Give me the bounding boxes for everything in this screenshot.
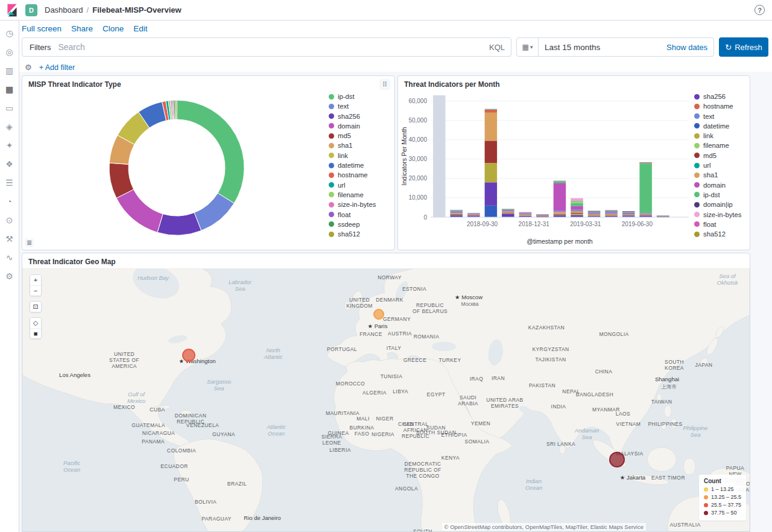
map-marker[interactable] xyxy=(609,452,625,467)
legend-item[interactable]: size-in-bytes xyxy=(329,201,376,208)
panel-options-icon[interactable]: ⠿ xyxy=(379,79,390,90)
legend-item[interactable]: datetime xyxy=(694,122,746,130)
legend-item[interactable]: filename xyxy=(329,191,376,198)
legend-item[interactable]: ip-dst xyxy=(329,93,376,100)
time-range-value[interactable]: Last 15 months xyxy=(539,43,600,52)
legend-item[interactable]: filename xyxy=(694,142,746,149)
legend-item[interactable]: domain|ip xyxy=(694,201,746,208)
legend-item[interactable]: hostname xyxy=(329,171,376,179)
legend-item[interactable]: link xyxy=(694,132,746,139)
legend-item[interactable]: float xyxy=(329,211,376,218)
legend-item[interactable]: md5 xyxy=(694,152,746,159)
legend-item[interactable]: hostname xyxy=(694,103,746,110)
map-legend-range: 13.25 – 25.5 xyxy=(711,493,741,501)
kql-selector[interactable]: KQL xyxy=(483,43,511,52)
panel-title: Threat Indicators per Month xyxy=(398,76,750,90)
filter-options-gear-icon[interactable]: ⚙ xyxy=(25,63,32,72)
legend-item[interactable]: md5 xyxy=(329,132,376,139)
legend-label: datetime xyxy=(703,122,729,130)
header: D Dashboard / Filebeat-MISP-Overview ? xyxy=(0,0,772,21)
legend-swatch xyxy=(329,163,334,168)
legend-swatch xyxy=(694,192,700,197)
draw-polygon-button[interactable]: ◇ xyxy=(30,318,41,328)
dev-tools-icon[interactable]: ⚒ xyxy=(4,233,15,244)
menu-full-screen[interactable]: Full screen xyxy=(22,24,62,33)
refresh-button[interactable]: ↻ Refresh xyxy=(719,37,768,57)
discover-icon[interactable]: ◎ xyxy=(4,46,15,57)
svg-text:Indicators Per Month: Indicators Per Month xyxy=(400,127,408,185)
canvas-icon[interactable]: ▭ xyxy=(4,103,15,113)
breadcrumb-dashboard[interactable]: Dashboard xyxy=(45,5,83,14)
panel-title: Threat Indicator Geo Map xyxy=(22,253,750,268)
search-bar: Filters KQL xyxy=(22,37,511,57)
legend-item[interactable]: size-in-bytes xyxy=(694,211,746,218)
panel-threat-indicators-per-month: Threat Indicators per Month 010,00020,00… xyxy=(397,75,750,250)
calendar-icon[interactable]: ▦▾ xyxy=(517,38,539,56)
date-picker: ▦▾ Last 15 months Show dates xyxy=(516,37,714,57)
menu-clone[interactable]: Clone xyxy=(103,24,124,33)
legend-item[interactable]: sha256 xyxy=(329,113,376,120)
menu-edit[interactable]: Edit xyxy=(133,24,147,33)
legend-item[interactable]: sha512 xyxy=(694,230,746,238)
legend-item[interactable]: sha1 xyxy=(329,142,376,149)
help-icon[interactable]: ? xyxy=(755,5,765,15)
legend-item[interactable]: sha1 xyxy=(694,171,746,179)
bar-chart[interactable]: 010,00020,00030,00040,00050,00060,000201… xyxy=(399,90,692,247)
legend-label: sha1 xyxy=(703,171,718,179)
svg-text:30,000: 30,000 xyxy=(408,156,427,162)
zoom-in-button[interactable]: + xyxy=(30,275,41,285)
map-attribution[interactable]: © OpenStreetMap contributors, OpenMapTil… xyxy=(442,523,646,531)
legend-item[interactable]: text xyxy=(694,113,746,120)
legend-item[interactable]: domain xyxy=(694,182,746,189)
legend-swatch xyxy=(329,212,334,217)
kibana-logo[interactable] xyxy=(5,4,19,17)
draw-rectangle-button[interactable]: ■ xyxy=(30,328,41,338)
calendar-glyph: ▦ xyxy=(522,43,529,51)
map-marker[interactable] xyxy=(373,309,384,320)
legend-item[interactable]: url xyxy=(329,182,376,189)
legend-swatch xyxy=(329,192,334,197)
stack-monitoring-icon[interactable]: ∿ xyxy=(4,252,15,263)
apm-icon[interactable]: ◔ xyxy=(4,196,15,207)
legend-item[interactable]: datetime xyxy=(329,162,376,169)
dashboard-icon[interactable]: ▦ xyxy=(4,84,15,95)
legend-item[interactable]: ip-dst xyxy=(694,191,746,198)
legend-item[interactable]: link xyxy=(329,152,376,159)
legend-item[interactable]: sha512 xyxy=(329,230,376,238)
visualize-icon[interactable]: ▥ xyxy=(4,65,15,76)
uptime-icon[interactable]: ⊙ xyxy=(4,215,15,226)
legend-swatch xyxy=(329,123,334,128)
map-marker[interactable] xyxy=(182,349,195,362)
filters-button[interactable]: Filters xyxy=(22,43,58,52)
legend-item[interactable]: url xyxy=(694,162,746,169)
zoom-out-button[interactable]: − xyxy=(30,285,41,296)
legend-label: size-in-bytes xyxy=(703,211,741,218)
svg-text:60,000: 60,000 xyxy=(408,98,427,104)
fit-data-bounds-button[interactable]: ⊡ xyxy=(30,302,41,312)
logs-icon[interactable]: ☰ xyxy=(4,177,15,188)
legend-item[interactable]: domain xyxy=(329,122,376,130)
legend-item[interactable]: float xyxy=(694,221,746,228)
donut-chart[interactable] xyxy=(22,89,324,249)
recently-viewed-icon[interactable]: ◷ xyxy=(4,28,15,39)
breadcrumb-current: Filebeat-MISP-Overview xyxy=(92,5,181,14)
search-input[interactable] xyxy=(58,42,483,52)
legend-toggle-button[interactable]: ≣ xyxy=(25,238,34,247)
menu-share[interactable]: Share xyxy=(71,24,93,33)
legend-item[interactable]: ssdeep xyxy=(329,221,376,228)
legend-label: text xyxy=(338,103,349,110)
machine-learning-icon[interactable]: ✦ xyxy=(4,140,15,151)
map-canvas[interactable]: NORWAYESTONIADENMARKUNITED KINGDOMREPUBL… xyxy=(22,268,750,531)
infrastructure-icon[interactable]: ❖ xyxy=(4,159,15,169)
legend-label: md5 xyxy=(703,152,717,159)
map-legend-row: 37.75 – 50 xyxy=(704,509,741,517)
management-icon[interactable]: ⚙ xyxy=(4,271,15,282)
maps-icon[interactable]: ◈ xyxy=(4,121,15,132)
show-dates-button[interactable]: Show dates xyxy=(666,43,713,52)
svg-text:2018-12-31: 2018-12-31 xyxy=(519,221,550,227)
legend-item[interactable]: text xyxy=(329,103,376,110)
space-badge[interactable]: D xyxy=(25,4,37,16)
add-filter-button[interactable]: + Add filter xyxy=(39,63,75,72)
legend-label: hostname xyxy=(338,171,368,179)
legend-item[interactable]: sha256 xyxy=(694,93,746,100)
